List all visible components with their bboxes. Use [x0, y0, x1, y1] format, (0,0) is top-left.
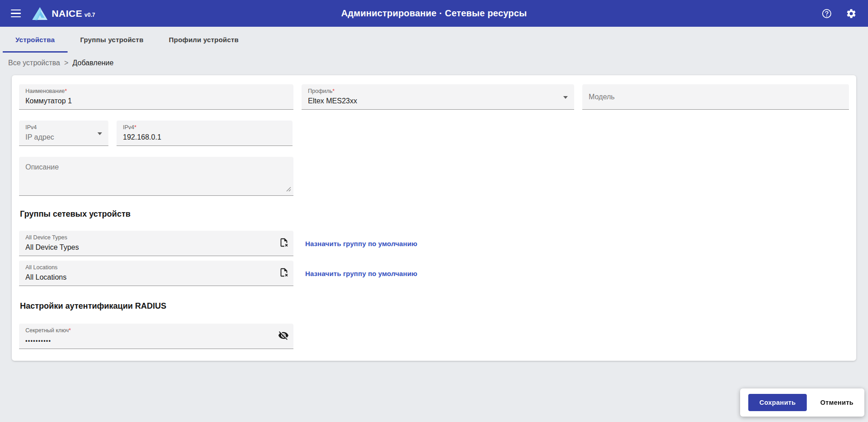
- file-remove-icon[interactable]: [279, 238, 289, 249]
- help-icon[interactable]: [821, 8, 833, 19]
- profile-select[interactable]: Профиль* Eltex MES23xx: [302, 84, 574, 110]
- name-field[interactable]: Наименование* Коммутатор 1: [19, 84, 293, 110]
- breadcrumb-parent[interactable]: Все устройства: [8, 59, 60, 67]
- page-title: Администрирование · Сетевые ресурсы: [341, 8, 527, 19]
- ip-type-select-value: IP адрес: [25, 133, 102, 141]
- file-remove-icon[interactable]: [279, 267, 289, 279]
- app-name: NAICE: [52, 8, 82, 19]
- assign-default-group-link[interactable]: Назначить группу по умолчанию: [305, 240, 417, 247]
- device-types-group-value: All Device Types: [25, 243, 287, 252]
- model-field-placeholder: Модель: [589, 93, 614, 101]
- ipv4-field-value: 192.168.0.1: [123, 133, 286, 141]
- logo-icon: [32, 7, 48, 20]
- groups-section-title: Группы сетевых устройств: [20, 209, 848, 219]
- form-actions: Сохранить Отменить: [740, 388, 864, 417]
- tab-device-profiles[interactable]: Профили устройств: [156, 27, 251, 53]
- cancel-button[interactable]: Отменить: [818, 398, 856, 407]
- description-placeholder: Описание: [25, 163, 59, 171]
- gear-icon[interactable]: [845, 8, 857, 19]
- locations-group-value: All Locations: [25, 273, 287, 281]
- secret-key-field[interactable]: Секретный ключ* ••••••••••: [19, 324, 293, 349]
- assign-default-group-link[interactable]: Назначить группу по умолчанию: [305, 270, 417, 277]
- eye-off-icon[interactable]: [278, 330, 289, 343]
- resize-handle-icon[interactable]: [286, 185, 291, 194]
- app-header: NAICE v0.7 Администрирование · Сетевые р…: [0, 0, 868, 27]
- group-row: All Device Types All Device Types Назнач…: [19, 231, 849, 256]
- model-field[interactable]: Модель: [582, 84, 849, 110]
- breadcrumb-separator: >: [64, 59, 68, 67]
- ip-type-select[interactable]: IPv4 IP адрес: [19, 121, 108, 146]
- group-row: All Locations All Locations Назначить гр…: [19, 261, 849, 286]
- secret-key-label: Секретный ключ*: [25, 327, 287, 334]
- menu-icon[interactable]: [11, 10, 21, 18]
- profile-select-value: Eltex MES23xx: [308, 97, 568, 105]
- chevron-down-icon: [563, 96, 568, 99]
- device-types-group-field[interactable]: All Device Types All Device Types: [19, 231, 293, 256]
- app-version: v0.7: [84, 12, 95, 18]
- device-types-group-label: All Device Types: [25, 234, 287, 241]
- app-logo: NAICE v0.7: [32, 7, 95, 20]
- profile-select-label: Профиль*: [308, 88, 568, 95]
- chevron-down-icon: [98, 132, 102, 135]
- device-form-card: Наименование* Коммутатор 1 Профиль* Elte…: [12, 75, 856, 361]
- ipv4-field[interactable]: IPv4* 192.168.0.1: [117, 121, 293, 146]
- radius-section-title: Настройки аутентификации RADIUS: [20, 301, 848, 311]
- tab-devices[interactable]: Устройства: [3, 27, 68, 53]
- breadcrumb-current: Добавление: [73, 59, 114, 67]
- description-textarea[interactable]: Описание: [19, 157, 293, 196]
- locations-group-label: All Locations: [25, 264, 287, 271]
- tab-device-groups[interactable]: Группы устройств: [68, 27, 156, 53]
- breadcrumb: Все устройства > Добавление: [0, 53, 868, 67]
- tab-bar: Устройства Группы устройств Профили устр…: [0, 27, 868, 53]
- locations-group-field[interactable]: All Locations All Locations: [19, 261, 293, 286]
- save-button[interactable]: Сохранить: [748, 394, 806, 411]
- secret-key-value: ••••••••••: [25, 338, 287, 344]
- name-field-label: Наименование*: [25, 88, 287, 95]
- name-field-value: Коммутатор 1: [25, 97, 287, 105]
- ipv4-field-label: IPv4*: [123, 124, 286, 131]
- ip-type-select-label: IPv4: [25, 124, 102, 131]
